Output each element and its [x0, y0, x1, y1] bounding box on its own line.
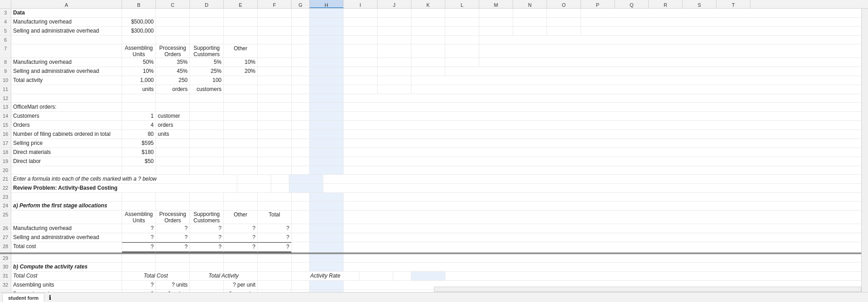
cell-8-c[interactable]: 35% — [156, 58, 190, 67]
cell-27-b[interactable]: ? — [122, 233, 156, 242]
cell-27-f[interactable]: ? — [258, 233, 292, 242]
cell-32-c[interactable]: ? units — [156, 281, 190, 289]
table-row: 15 Orders 4 orders — [0, 121, 868, 130]
cell-15-b[interactable]: 4 — [122, 121, 156, 129]
col-header-a[interactable]: A — [11, 0, 122, 8]
cell-8-k — [411, 58, 445, 67]
col-header-j[interactable]: J — [377, 0, 411, 8]
cell-19-a[interactable]: Direct labor — [11, 157, 122, 166]
cell-26-d[interactable]: ? — [190, 224, 224, 233]
vertical-scrollbar[interactable] — [861, 0, 868, 292]
cell-5-n — [513, 27, 547, 35]
cell-4-j — [377, 18, 411, 26]
info-icon[interactable]: ℹ — [49, 294, 51, 301]
cell-30-a: b) Compute the activity rates — [11, 263, 122, 271]
cell-16-b[interactable]: 80 — [122, 130, 156, 139]
col-header-s[interactable]: S — [683, 0, 717, 8]
cell-4-b[interactable]: $500,000 — [122, 18, 156, 26]
cell-26-e[interactable]: ? — [224, 224, 258, 233]
cell-7-c: Processing Orders — [156, 44, 190, 58]
cell-32-e[interactable]: ? per unit — [224, 281, 258, 289]
cell-18-a[interactable]: Direct materials — [11, 148, 122, 157]
cell-19-b[interactable]: $50 — [122, 157, 156, 166]
col-header-n[interactable]: N — [513, 0, 547, 8]
cell-18-b[interactable]: $180 — [122, 148, 156, 157]
cell-5-m — [479, 27, 513, 35]
col-header-e[interactable]: E — [224, 0, 258, 8]
col-header-h[interactable]: H — [310, 0, 344, 8]
cell-9-b[interactable]: 10% — [122, 67, 156, 76]
col-header-r[interactable]: R — [649, 0, 683, 8]
cell-32-b[interactable]: ? — [122, 281, 156, 289]
cell-5-a[interactable]: Selling and administrative overhead — [11, 27, 122, 35]
cell-3-a[interactable]: Data — [11, 9, 122, 17]
cell-6-i — [344, 36, 377, 44]
cell-29-e — [224, 254, 258, 262]
cell-14-a[interactable]: Customers — [11, 112, 122, 120]
cell-17-b[interactable]: $595 — [122, 139, 156, 148]
cell-15-a[interactable]: Orders — [11, 121, 122, 129]
grid-body: 3 Data 4 Manufacturing overhead $500,000 — [0, 9, 868, 299]
table-row: 29 — [0, 254, 868, 263]
tab-student-form[interactable]: student form — [2, 293, 44, 302]
cell-28-b[interactable]: ? — [122, 242, 156, 253]
row-number: 24 — [0, 201, 11, 210]
col-header-p[interactable]: P — [581, 0, 615, 8]
col-header-c[interactable]: C — [156, 0, 190, 8]
cell-28-e[interactable]: ? — [224, 242, 258, 253]
cell-32-f — [258, 281, 292, 289]
cell-8-a[interactable]: Manufacturing overhead — [11, 58, 122, 67]
cell-27-c[interactable]: ? — [156, 233, 190, 242]
row-number: 30 — [0, 263, 11, 271]
cell-17-e — [224, 139, 258, 148]
cell-8-d[interactable]: 5% — [190, 58, 224, 67]
cell-26-c[interactable]: ? — [156, 224, 190, 233]
row-number: 6 — [0, 36, 11, 44]
col-header-l[interactable]: L — [445, 0, 479, 8]
row-number: 20 — [0, 166, 11, 174]
table-row: 6 — [0, 36, 868, 44]
cell-9-a[interactable]: Selling and administrative overhead — [11, 67, 122, 76]
cell-27-d[interactable]: ? — [190, 233, 224, 242]
cell-10-b[interactable]: 1,000 — [122, 76, 156, 85]
col-header-f[interactable]: F — [258, 0, 292, 8]
col-header-q[interactable]: Q — [615, 0, 649, 8]
cell-25-d: Supporting Customers — [190, 211, 224, 224]
cell-8-e[interactable]: 10% — [224, 58, 258, 67]
cell-27-e[interactable]: ? — [224, 233, 258, 242]
table-row: 4 Manufacturing overhead $500,000 — [0, 18, 868, 27]
col-header-t[interactable]: T — [717, 0, 750, 8]
col-header-g[interactable]: G — [292, 0, 310, 8]
col-header-d[interactable]: D — [190, 0, 224, 8]
col-header-m[interactable]: M — [479, 0, 513, 8]
cell-9-c[interactable]: 45% — [156, 67, 190, 76]
cell-21-g — [271, 175, 289, 183]
cell-14-c: customer — [156, 112, 190, 120]
cell-28-c[interactable]: ? — [156, 242, 190, 253]
cell-28-f[interactable]: ? — [258, 242, 292, 253]
cell-8-b[interactable]: 50% — [122, 58, 156, 67]
cell-14-b[interactable]: 1 — [122, 112, 156, 120]
cell-4-a[interactable]: Manufacturing overhead — [11, 18, 122, 26]
cell-5-b[interactable]: $300,000 — [122, 27, 156, 35]
cell-26-f[interactable]: ? — [258, 224, 292, 233]
cell-16-h — [310, 130, 344, 139]
col-header-o[interactable]: O — [547, 0, 581, 8]
table-row: 13 OfficeMart orders: — [0, 103, 868, 112]
col-header-k[interactable]: K — [411, 0, 445, 8]
cell-9-d[interactable]: 25% — [190, 67, 224, 76]
row-number: 7 — [0, 44, 11, 58]
cell-10-c[interactable]: 250 — [156, 76, 190, 85]
col-header-b[interactable]: B — [122, 0, 156, 8]
cell-28-d[interactable]: ? — [190, 242, 224, 253]
cell-17-a[interactable]: Selling price — [11, 139, 122, 148]
cell-26-b[interactable]: ? — [122, 224, 156, 233]
cell-10-d[interactable]: 100 — [190, 76, 224, 85]
cell-10-a[interactable]: Total activity — [11, 76, 122, 85]
col-header-i[interactable]: I — [344, 0, 377, 8]
cell-16-a[interactable]: Number of filing cabinets ordered in tot… — [11, 130, 122, 139]
cell-9-e[interactable]: 20% — [224, 67, 258, 76]
cell-29-f — [258, 254, 292, 262]
cell-19-g — [292, 157, 310, 166]
horizontal-scrollbar[interactable] — [434, 287, 861, 292]
